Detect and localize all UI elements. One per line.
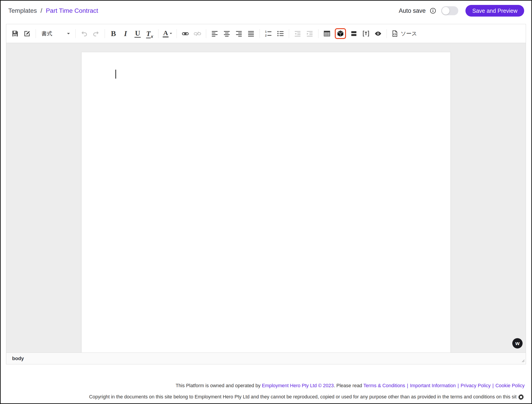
edit-template-button[interactable] <box>21 27 33 40</box>
remove-format-icon: Tx <box>146 30 153 37</box>
insert-table-button[interactable] <box>321 27 333 40</box>
decrease-indent-button[interactable] <box>292 27 303 40</box>
align-right-button[interactable] <box>233 27 244 40</box>
format-dropdown-value: 書式 <box>41 30 52 37</box>
save-icon <box>11 30 19 38</box>
align-left-icon <box>211 30 218 38</box>
top-bar: Templates / Part Time Contract Auto save… <box>1 1 531 24</box>
source-button-label: ソース <box>401 30 417 37</box>
numbered-list-icon: 1 2 <box>264 30 272 38</box>
chevron-down-icon <box>169 32 172 34</box>
toolbar-separator <box>177 29 177 38</box>
toolbar-separator <box>105 29 105 38</box>
svg-text:1: 1 <box>265 30 267 33</box>
document-page[interactable] <box>81 52 451 353</box>
undo-icon <box>80 30 88 38</box>
format-dropdown[interactable]: 書式 <box>39 27 72 40</box>
table-icon <box>323 30 331 38</box>
link-icon <box>181 30 189 38</box>
svg-text:2: 2 <box>265 34 267 37</box>
edit-template-icon <box>23 30 31 38</box>
breadcrumb-templates-link[interactable]: Templates <box>8 7 37 14</box>
insert-widget-button[interactable] <box>333 27 347 40</box>
underline-button[interactable]: U <box>132 27 143 40</box>
text-color-icon: A <box>163 30 168 38</box>
gear-icon[interactable] <box>517 393 525 401</box>
toolbar-separator <box>289 29 289 38</box>
cookie-policy-link[interactable]: Cookie Policy <box>495 383 525 388</box>
footer-text: . Please read <box>334 383 363 388</box>
editor-toolbar: 書式 B <box>6 24 526 43</box>
element-path-bar: body <box>6 353 526 364</box>
copyright-text: Copyright in the documents on this site … <box>89 395 517 399</box>
rich-text-editor: 書式 B <box>6 24 526 364</box>
toolbar-separator <box>75 29 76 38</box>
footer-line1: This Platform is owned and operated by E… <box>89 383 525 388</box>
chevron-down-icon <box>67 32 70 35</box>
topbar-actions: Auto save Save and Preview <box>399 5 524 17</box>
increase-indent-icon <box>306 30 314 38</box>
element-path-body[interactable]: body <box>12 356 24 361</box>
link-button[interactable] <box>180 27 191 40</box>
footer-text: This Platform is owned and operated by <box>176 383 262 388</box>
widget-cube-icon <box>337 30 344 38</box>
save-and-preview-button[interactable]: Save and Preview <box>465 5 524 17</box>
text-caret <box>115 70 116 79</box>
toolbar-separator <box>36 29 36 38</box>
increase-indent-button[interactable] <box>304 27 315 40</box>
save-document-button[interactable] <box>9 27 21 40</box>
underline-icon: U <box>135 30 141 38</box>
placeholder-button[interactable] <box>360 27 372 40</box>
page-break-icon <box>350 30 358 38</box>
justify-icon <box>247 30 255 38</box>
align-right-icon <box>235 30 243 38</box>
app-window: Templates / Part Time Contract Auto save… <box>0 0 532 404</box>
terms-conditions-link[interactable]: Terms & Conditions <box>363 383 405 388</box>
toggle-knob <box>442 7 449 15</box>
site-footer: This Platform is owned and operated by E… <box>89 383 525 401</box>
text-color-button[interactable]: A <box>161 27 174 40</box>
bold-button[interactable]: B <box>108 27 119 40</box>
source-code-icon <box>391 30 399 38</box>
privacy-policy-link[interactable]: Privacy Policy <box>461 383 491 388</box>
bulleted-list-icon <box>276 30 284 38</box>
bold-icon: B <box>111 30 116 38</box>
footer-link-separator: | <box>458 383 459 388</box>
align-center-icon <box>223 30 231 38</box>
redo-button[interactable] <box>90 27 102 40</box>
unlink-button[interactable] <box>192 27 203 40</box>
source-button[interactable]: ソース <box>390 27 418 40</box>
italic-button[interactable]: I <box>120 27 131 40</box>
bulleted-list-button[interactable] <box>275 27 286 40</box>
widget-highlight-ring <box>335 28 346 39</box>
footer-link-separator: | <box>407 383 408 388</box>
info-icon[interactable] <box>429 7 436 14</box>
align-center-button[interactable] <box>221 27 232 40</box>
footer-link-separator: | <box>492 383 494 388</box>
autosave-toggle[interactable] <box>441 6 458 15</box>
remove-format-button[interactable]: Tx <box>144 27 155 40</box>
resize-handle-icon[interactable] <box>521 359 525 363</box>
toolbar-separator <box>259 29 260 38</box>
redo-icon <box>92 30 100 38</box>
watermark-badge[interactable]: w <box>512 338 523 348</box>
numbered-list-button[interactable]: 1 2 <box>263 27 274 40</box>
eye-icon <box>374 30 382 38</box>
undo-button[interactable] <box>78 27 90 40</box>
justify-button[interactable] <box>245 27 256 40</box>
breadcrumb-current-page: Part Time Contract <box>46 7 98 14</box>
breadcrumb: Templates / Part Time Contract <box>8 7 98 14</box>
page-break-button[interactable] <box>348 27 359 40</box>
align-left-button[interactable] <box>209 27 220 40</box>
breadcrumb-separator: / <box>41 7 42 14</box>
footer-line2: Copyright in the documents on this site … <box>89 393 525 401</box>
decrease-indent-icon <box>294 30 301 38</box>
company-link[interactable]: Employment Hero Pty Ltd © 2023 <box>262 383 334 388</box>
placeholder-icon <box>362 30 370 38</box>
autosave-label: Auto save <box>399 7 426 14</box>
toolbar-separator <box>206 29 206 38</box>
preview-button[interactable] <box>372 27 384 40</box>
italic-icon: I <box>124 30 127 38</box>
unlink-icon <box>194 30 201 38</box>
important-information-link[interactable]: Important Information <box>410 383 455 388</box>
